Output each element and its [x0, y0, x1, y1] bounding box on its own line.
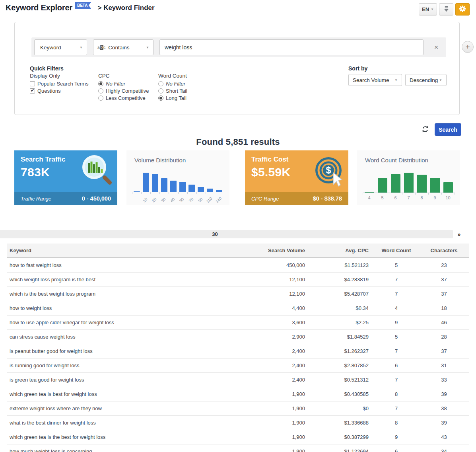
word-count-cell: 9 [373, 430, 419, 444]
sort-field-select[interactable]: Search Volume ▼ [348, 74, 402, 86]
avg-cpc-cell: $1.122694 [310, 444, 373, 452]
radio-highly-competitive[interactable]: Highly Competitive [98, 87, 149, 94]
pagination: 12345678910111213...2930» [0, 230, 463, 238]
download-icon [443, 6, 450, 14]
radio-icon [158, 81, 163, 86]
keyword-cell: what is the best dinner for weight loss [7, 415, 248, 430]
table-row: can stress cause weight loss2,900$1.8452… [7, 329, 469, 344]
column-header-word-count[interactable]: Word Count [373, 244, 419, 258]
search-volume-cell: 2,400 [248, 344, 310, 358]
avg-cpc-cell: $1.336688 [310, 415, 373, 430]
language-select[interactable]: EN ▼ [419, 3, 437, 16]
keyword-cell: how to fast weight loss [7, 258, 248, 272]
table-row: which is the best weight loss program12,… [7, 286, 469, 301]
group-label: Word Count [158, 73, 187, 80]
checkbox-questions[interactable]: Questions [30, 87, 88, 94]
column-header-search-volume[interactable]: Search Volume [248, 244, 310, 258]
bar-90 [196, 187, 206, 192]
word-count-cell: 9 [373, 315, 419, 329]
sort-direction-select[interactable]: Descending ▼ [405, 74, 447, 86]
download-button[interactable] [439, 3, 453, 16]
search-volume-cell: 1,900 [248, 430, 310, 444]
search-volume-cell: 1,900 [248, 387, 310, 401]
column-header-keyword[interactable]: Keyword [7, 244, 248, 258]
characters-cell: 39 [419, 415, 469, 430]
add-filter-button[interactable]: + [462, 41, 474, 53]
keyword-cell: which green tea is best for weight loss [7, 387, 248, 401]
characters-cell: 37 [419, 272, 469, 286]
card-footer: Traffic Range 0 - 450,000 [14, 192, 117, 205]
table-header-row: Keyword Search Volume Avg. CPC Word Coun… [7, 244, 469, 258]
column-header-avg-cpc[interactable]: Avg. CPC [310, 244, 373, 258]
keyword-cell: which weight loss program is the best [7, 272, 248, 286]
keyword-query-input[interactable] [159, 39, 424, 55]
table-row: which weight loss program is the best12,… [7, 272, 469, 286]
settings-button[interactable] [455, 3, 470, 16]
bar-10 [141, 173, 150, 192]
x-tick-label: 30 [160, 197, 169, 206]
word-count-cell: 7 [373, 272, 419, 286]
option-label: Less Competitive [106, 95, 146, 101]
option-label: Highly Competitive [106, 88, 149, 94]
search-traffic-card: Search Traffic 783K Traf [14, 150, 117, 205]
search-volume-cell: 1,900 [248, 415, 310, 430]
x-tick-label: 5 [381, 195, 383, 204]
svg-text:$: $ [326, 165, 331, 175]
word-count-group: Word Count No Filter Short Tail Long Tai… [158, 73, 187, 101]
word-count-cell: 7 [373, 286, 419, 301]
radio-less-competitive[interactable]: Less Competitive [98, 94, 149, 101]
x-tick-label: 8 [420, 195, 423, 204]
bar-70 [187, 185, 196, 192]
checkbox-icon [30, 88, 35, 94]
characters-cell: 33 [419, 372, 469, 387]
x-tick-label: 140 [215, 196, 225, 207]
refresh-button[interactable] [422, 125, 429, 134]
x-tick-label: 10 [445, 195, 450, 204]
breadcrumb: > Keyword Finder [97, 4, 154, 12]
checkbox-popular-search-terms[interactable]: Popular Search Terms [30, 80, 88, 87]
column-header-characters[interactable]: Characters [419, 244, 469, 258]
option-label: No Filter [166, 81, 185, 87]
traffic-cost-card: Traffic Cost $5.59K $ CPC Range $0 - $38… [245, 150, 348, 205]
characters-cell: 39 [419, 387, 469, 401]
results-heading: Found 5,851 results [0, 137, 476, 147]
characters-cell: 31 [419, 358, 469, 372]
keyword-cell: how to use apple cider vinegar for weigh… [7, 315, 248, 329]
x-tick-label: 40 [169, 197, 179, 206]
avg-cpc-cell: $2.807852 [310, 358, 373, 372]
word-count-cell: 7 [373, 344, 419, 358]
avg-cpc-cell: $0 [310, 401, 373, 415]
page-title: Keyword Explorer [6, 3, 72, 12]
characters-cell: 34 [419, 444, 469, 452]
option-label: Questions [37, 88, 61, 94]
magnifier-chart-icon [79, 154, 114, 190]
field-select[interactable]: Keyword ▼ [34, 39, 87, 55]
next-pages-button[interactable]: » [455, 230, 463, 238]
avg-cpc-cell: $0.387299 [310, 430, 373, 444]
radio-short-tail[interactable]: Short Tail [158, 87, 187, 94]
search-button[interactable]: Search [435, 123, 461, 136]
search-volume-cell: 2,900 [248, 329, 310, 344]
operator-select[interactable]: abc Contains ▼ [93, 39, 153, 55]
checkbox-icon [30, 81, 35, 86]
chevron-down-icon: ▼ [80, 46, 83, 49]
bar-7 [402, 173, 415, 193]
avg-cpc-cell: $1.262327 [310, 344, 373, 358]
characters-cell: 28 [419, 329, 469, 344]
keyword-cell: is green tea good for weight loss [7, 372, 248, 387]
remove-filter-button[interactable]: × [431, 42, 441, 53]
table-row: how to fast weight loss450,000$1.5211235… [7, 258, 469, 272]
plus-icon: + [465, 43, 470, 51]
field-select-value: Keyword [40, 45, 80, 51]
radio-long-tail[interactable]: Long Tail [158, 94, 187, 101]
gear-icon [459, 5, 466, 14]
keyword-cell: extreme weight loss where are they now [7, 401, 248, 415]
traffic-range-label: Traffic Range [21, 196, 51, 202]
page-button-30[interactable]: 30 [0, 230, 453, 238]
title-group: Keyword Explorer BETA > Keyword Finder [6, 3, 155, 12]
keyword-cell: which green tea is the best for weight l… [7, 430, 248, 444]
radio-cpc-no-filter[interactable]: No Filter [98, 80, 149, 87]
search-volume-cell: 12,100 [248, 286, 310, 301]
radio-wordcount-no-filter[interactable]: No Filter [158, 80, 187, 87]
chart-title: Word Count Distribution [363, 157, 455, 164]
